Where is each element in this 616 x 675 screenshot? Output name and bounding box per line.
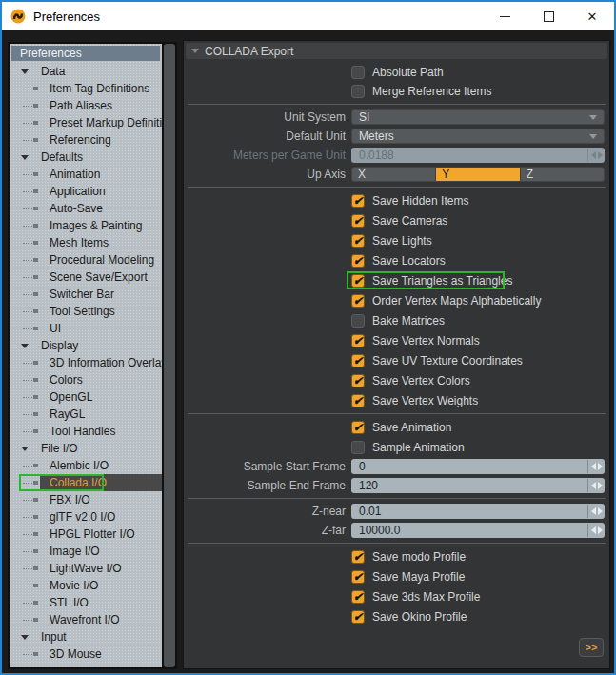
checkbox-row-save-hidden-items[interactable]: Save Hidden Items [184,190,609,210]
checkbox-row-save-vertex-colors[interactable]: Save Vertex Colors [184,370,609,390]
sidebar-item-display[interactable]: Display [10,337,162,354]
sidebar-item-images-painting[interactable]: Images & Painting [10,217,162,234]
sidebar-item-colors[interactable]: Colors [10,371,162,388]
collada-export-section-header[interactable]: COLLADA Export [186,43,607,59]
sidebar-item-hpgl-plotter-io[interactable]: HPGL Plotter I/O [10,526,162,543]
sidebar-item-ui[interactable]: UI [10,320,162,337]
sidebar-item-fbx-io[interactable]: FBX I/O [10,491,162,508]
collapse-triangle-icon[interactable] [21,155,29,160]
more-options-button[interactable]: >> [579,638,604,657]
order-vertex-maps-checkbox[interactable] [351,294,365,308]
checkbox-row-save-vertex-normals[interactable]: Save Vertex Normals [184,330,609,350]
bake-matrices-checkbox[interactable] [351,314,365,328]
sidebar-item-wavefront-io[interactable]: Wavefront I/O [10,611,162,628]
minimize-button[interactable] [483,2,527,30]
sidebar-item-gltf-io[interactable]: glTF v2.0 I/O [10,508,162,526]
checkbox-row-save-3ds-max-profile[interactable]: Save 3ds Max Profile [184,586,609,606]
checkbox-row-save-modo-profile[interactable]: Save modo Profile [184,546,609,566]
absolute-path-checkbox[interactable] [351,66,365,79]
z-near-input[interactable]: 0.01 [351,504,605,519]
checkbox-row-order-vertex-maps[interactable]: Order Vertex Maps Alphabetically [184,290,609,310]
checkbox-row-bake-matrices[interactable]: Bake Matrices [184,310,609,330]
sidebar-item-input[interactable]: Input [10,628,162,645]
collapse-triangle-icon[interactable] [21,635,29,640]
sidebar-item-switcher-bar[interactable]: Switcher Bar [10,286,162,303]
collapse-triangle-icon[interactable] [21,447,29,451]
sidebar-item-movie-io[interactable]: Movie I/O [10,577,162,594]
save-cameras-checkbox[interactable] [351,214,365,228]
up-axis-z-option[interactable]: Z [521,168,604,181]
save-hidden-items-checkbox[interactable] [351,194,365,208]
maximize-button[interactable] [527,2,570,30]
save-uv-texture-coordinates-checkbox[interactable] [351,354,365,367]
sidebar-item-file-io[interactable]: File I/O [10,440,162,457]
save-vertex-weights-checkbox[interactable] [351,394,365,407]
up-axis-x-option[interactable]: X [352,168,436,181]
checkbox-row-save-maya-profile[interactable]: Save Maya Profile [184,566,609,586]
value-spinner[interactable] [587,460,605,473]
sample-end-frame-input[interactable]: 120 [351,478,605,493]
save-modo-profile-checkbox[interactable] [351,550,365,564]
sidebar-item-3d-information-overlays[interactable]: 3D Information Overlays [10,354,162,371]
sidebar-item-procedural-modeling[interactable]: Procedural Modeling [10,251,162,268]
spinner-right-icon [598,482,603,489]
checkbox-row-save-animation[interactable]: Save Animation [184,417,609,437]
save-triangles-as-triangles-checkbox[interactable] [351,274,365,288]
sidebar-item-image-io[interactable]: Image I/O [10,543,162,560]
sidebar-item-collada-io[interactable]: Collada I/O [10,474,162,491]
checkbox-row-save-locators[interactable]: Save Locators [184,250,609,270]
checkbox-row-save-uv-texture-coordinates[interactable]: Save UV Texture Coordinates [184,350,609,370]
sidebar-item-3d-mouse[interactable]: 3D Mouse [10,645,162,663]
sidebar-item-auto-save[interactable]: Auto-Save [10,200,162,217]
close-button[interactable]: ✕ [570,2,614,30]
unit-system-dropdown[interactable]: SI [351,109,605,125]
sidebar-item-referencing[interactable]: Referencing [10,131,162,149]
sidebar-item-defaults[interactable]: Defaults [10,149,162,166]
sidebar-item-preset-markup-definitions[interactable]: Preset Markup Definitions [10,114,162,131]
value-spinner[interactable] [587,524,605,537]
checkbox-row-save-cameras[interactable]: Save Cameras [184,210,609,230]
value-spinner[interactable] [587,505,605,518]
sidebar-item-opengl[interactable]: OpenGL [10,388,162,406]
sidebar-item-tool-settings[interactable]: Tool Settings [10,303,162,320]
sidebar-item-alembic-io[interactable]: Alembic I/O [10,457,162,474]
up-axis-y-option[interactable]: Y [436,168,520,181]
value-spinner[interactable] [587,479,605,492]
save-okino-profile-checkbox[interactable] [351,610,365,624]
tree-bullet-icon [33,515,38,519]
sidebar-item-path-aliases[interactable]: Path Aliases [10,97,162,114]
save-animation-checkbox[interactable] [351,421,365,434]
save-vertex-colors-checkbox[interactable] [351,374,365,387]
sidebar-item-raygl[interactable]: RayGL [10,406,162,423]
checkbox-row-save-lights[interactable]: Save Lights [184,230,609,250]
sidebar-item-animation[interactable]: Animation [10,166,162,183]
checkbox-row-save-triangles-as-triangles[interactable]: Save Triangles as Triangles [184,270,609,290]
merge-reference-items-checkbox[interactable] [351,85,365,98]
save-maya-profile-checkbox[interactable] [351,570,365,584]
sample-animation-checkbox[interactable] [351,441,365,454]
sample-start-frame-input[interactable]: 0 [351,459,605,474]
checkbox-row-save-okino-profile[interactable]: Save Okino Profile [184,606,609,626]
save-lights-checkbox[interactable] [351,234,365,248]
save-3ds-max-profile-checkbox[interactable] [351,590,365,604]
checkbox-row-sample-animation[interactable]: Sample Animation [184,437,609,457]
collapse-triangle-icon[interactable] [21,69,29,74]
checkbox-row-save-vertex-weights[interactable]: Save Vertex Weights [184,390,609,410]
checkbox-row-merge-reference-items[interactable]: Merge Reference Items [184,82,609,101]
sidebar-item-item-tag-definitions[interactable]: Item Tag Definitions [10,80,162,97]
tree-bullet-icon [33,224,38,228]
sidebar-scrollbar[interactable] [164,44,175,667]
sidebar-item-tool-handles[interactable]: Tool Handles [10,423,162,440]
save-locators-checkbox[interactable] [351,254,365,268]
sidebar-item-application[interactable]: Application [10,183,162,200]
default-unit-dropdown[interactable]: Meters [351,129,605,144]
sidebar-item-data[interactable]: Data [10,63,162,80]
sidebar-item-mesh-items[interactable]: Mesh Items [10,234,162,251]
collapse-triangle-icon[interactable] [21,344,29,348]
sidebar-item-scene-save-export[interactable]: Scene Save/Export [10,268,162,286]
save-vertex-normals-checkbox[interactable] [351,334,365,347]
sidebar-item-lightwave-io[interactable]: LightWave I/O [10,560,162,577]
sidebar-item-stl-io[interactable]: STL I/O [10,594,162,611]
z-far-input[interactable]: 10000.0 [351,523,605,538]
checkbox-row-absolute-path[interactable]: Absolute Path [184,63,609,82]
